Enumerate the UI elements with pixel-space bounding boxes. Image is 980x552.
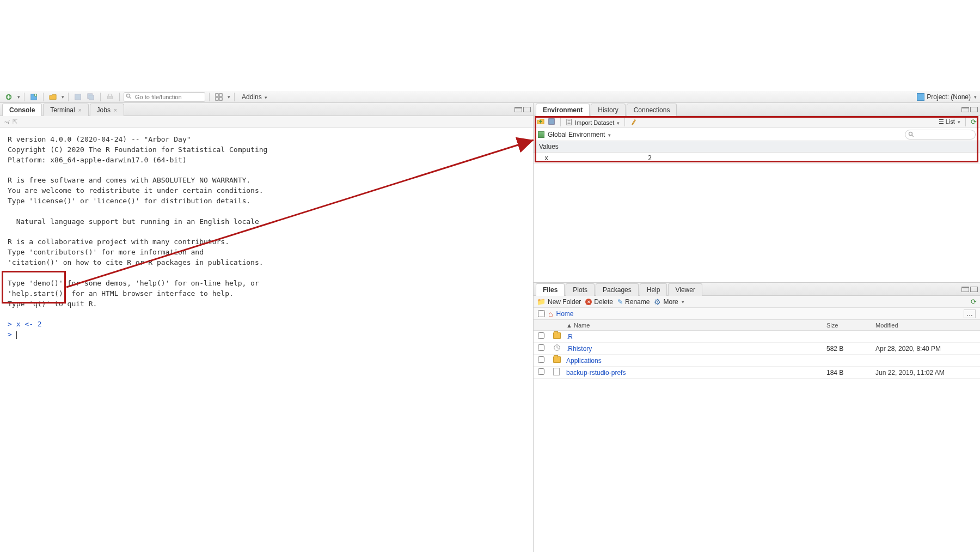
- goto-file-input[interactable]: [124, 92, 205, 102]
- tab-terminal[interactable]: Terminal×: [43, 104, 88, 116]
- more-menu[interactable]: ⚙More ▾: [654, 298, 684, 306]
- env-tabs: Environment History Connections: [534, 103, 980, 116]
- scope-icon: [538, 131, 544, 138]
- env-toolbar: Import Dataset ▾ ☰ List ▾ ⟳: [534, 116, 980, 128]
- scope-selector[interactable]: Global Environment ▾: [548, 131, 611, 138]
- console-path-bar: ~/ ⇱: [0, 116, 533, 128]
- svg-rect-6: [108, 96, 113, 99]
- right-pane: Environment History Connections Import D…: [534, 103, 980, 552]
- files-breadcrumb: ⌂ Home …: [534, 308, 980, 320]
- console-tabs: Console Terminal× Jobs×: [0, 103, 533, 116]
- svg-point-8: [127, 94, 130, 97]
- tab-environment[interactable]: Environment: [536, 104, 590, 116]
- workspace-panes-icon[interactable]: [213, 92, 224, 102]
- project-menu[interactable]: Project: (None) ▾: [917, 93, 977, 101]
- home-icon[interactable]: ⌂: [548, 310, 553, 318]
- refresh-files-icon[interactable]: ⟳: [971, 298, 977, 306]
- console-output[interactable]: R version 4.0.0 (2020-04-24) -- "Arbor D…: [0, 128, 533, 552]
- file-name[interactable]: .R: [566, 333, 573, 341]
- refresh-env-icon[interactable]: ⟳: [971, 118, 977, 126]
- tab-packages[interactable]: Packages: [596, 283, 639, 296]
- tab-viewer[interactable]: Viewer: [668, 283, 702, 296]
- file-checkbox[interactable]: [538, 332, 544, 339]
- delete-button[interactable]: ×Delete: [585, 298, 613, 306]
- env-var-name: x: [539, 154, 648, 162]
- workspace-panes-caret[interactable]: ▾: [228, 94, 230, 100]
- working-dir-label: ~/: [4, 119, 9, 125]
- main-toolbar: ▾ ▾ ▾ Addins ▾ Project: (None) ▾: [0, 91, 980, 103]
- files-pane: Files Plots Packages Help Viewer 📁New Fo…: [534, 283, 980, 552]
- file-row[interactable]: .R: [534, 331, 980, 343]
- tab-history[interactable]: History: [591, 104, 625, 116]
- col-size-header[interactable]: Size: [822, 322, 871, 329]
- console-input-line: > x <- 2: [8, 320, 42, 328]
- save-all-icon[interactable]: [85, 92, 96, 102]
- file-name[interactable]: backup-rstudio-prefs: [566, 369, 626, 377]
- breadcrumb-home[interactable]: Home: [556, 310, 573, 318]
- maximize-pane-icon[interactable]: [970, 287, 978, 292]
- tab-connections[interactable]: Connections: [627, 104, 677, 116]
- file-row[interactable]: backup-rstudio-prefs 184 B Jun 22, 2019,…: [534, 367, 980, 379]
- svg-rect-12: [219, 97, 222, 100]
- files-tabs: Files Plots Packages Help Viewer: [534, 283, 980, 296]
- file-row[interactable]: .Rhistory 582 B Apr 28, 2020, 8:40 PM: [534, 343, 980, 355]
- tab-files[interactable]: Files: [536, 283, 565, 296]
- file-name[interactable]: Applications: [566, 357, 602, 365]
- load-workspace-icon[interactable]: [537, 118, 544, 126]
- rename-button[interactable]: ✎Rename: [617, 298, 650, 306]
- svg-rect-3: [75, 94, 81, 100]
- env-search-input[interactable]: [905, 130, 976, 139]
- file-checkbox[interactable]: [538, 356, 544, 363]
- save-icon[interactable]: [72, 92, 83, 102]
- popout-icon[interactable]: ⇱: [13, 118, 17, 125]
- col-name-header[interactable]: ▲ Name: [562, 322, 822, 329]
- tab-console[interactable]: Console: [2, 104, 42, 116]
- clear-workspace-icon[interactable]: [630, 118, 638, 126]
- maximize-pane-icon[interactable]: [970, 107, 978, 112]
- save-workspace-icon[interactable]: [548, 118, 555, 126]
- new-file-icon[interactable]: [3, 92, 14, 102]
- file-checkbox[interactable]: [538, 368, 544, 375]
- svg-rect-9: [216, 93, 218, 96]
- goto-search-icon: [126, 93, 132, 101]
- file-checkbox[interactable]: [538, 344, 544, 351]
- file-row[interactable]: Applications: [534, 355, 980, 367]
- open-file-icon[interactable]: [47, 92, 58, 102]
- new-folder-button[interactable]: 📁New Folder: [537, 298, 581, 306]
- env-variable-row[interactable]: x 2: [534, 153, 980, 164]
- import-dataset-menu[interactable]: Import Dataset ▾: [566, 118, 620, 126]
- tab-plots[interactable]: Plots: [566, 283, 595, 296]
- env-scope-bar: Global Environment ▾: [534, 128, 980, 141]
- addins-menu[interactable]: Addins ▾: [238, 93, 271, 101]
- minimize-pane-icon[interactable]: [514, 107, 522, 112]
- file-modified: Apr 28, 2020, 8:40 PM: [871, 345, 980, 353]
- list-view-menu[interactable]: ☰ List ▾: [939, 118, 960, 125]
- file-icon: [553, 368, 560, 375]
- project-label: Project: (None): [927, 93, 971, 101]
- tab-help[interactable]: Help: [640, 283, 667, 296]
- open-recent-caret[interactable]: ▾: [62, 94, 64, 100]
- file-size: 184 B: [822, 369, 871, 377]
- console-banner-text: R version 4.0.0 (2020-04-24) -- "Arbor D…: [8, 135, 267, 308]
- print-icon[interactable]: [105, 92, 115, 102]
- close-icon[interactable]: ×: [114, 107, 117, 113]
- svg-rect-5: [89, 95, 94, 100]
- svg-point-15: [909, 132, 912, 135]
- file-size: 582 B: [822, 345, 871, 353]
- maximize-pane-icon[interactable]: [523, 107, 531, 112]
- svg-rect-13: [549, 118, 555, 124]
- env-var-value: 2: [648, 154, 975, 162]
- minimize-pane-icon[interactable]: [961, 287, 969, 292]
- svg-rect-7: [108, 94, 111, 96]
- path-picker-button[interactable]: …: [964, 310, 976, 318]
- tab-jobs[interactable]: Jobs×: [90, 104, 124, 116]
- close-icon[interactable]: ×: [78, 107, 82, 113]
- search-icon: [908, 131, 915, 139]
- select-all-checkbox[interactable]: [538, 310, 545, 317]
- minimize-pane-icon[interactable]: [961, 107, 969, 112]
- new-project-icon[interactable]: [28, 92, 39, 102]
- console-prompt: >: [8, 330, 16, 338]
- col-modified-header[interactable]: Modified: [871, 322, 980, 329]
- file-name[interactable]: .Rhistory: [566, 345, 592, 353]
- new-file-dropdown-caret[interactable]: ▾: [17, 94, 20, 100]
